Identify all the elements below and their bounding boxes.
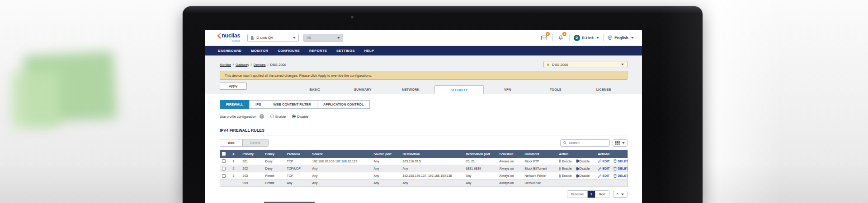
- apply-button[interactable]: Apply: [220, 83, 247, 90]
- cell-priority: 999: [241, 180, 264, 187]
- security-subtabs: FIREWALL IPS WEB CONTENT FILTER APPLICAT…: [220, 94, 627, 109]
- cell-source: Any: [311, 165, 372, 172]
- messages-button[interactable]: 3: [540, 34, 548, 42]
- nav-settings[interactable]: SETTINGS: [336, 49, 355, 53]
- cell-priority: 203: [241, 172, 264, 180]
- bell-icon: [558, 35, 563, 40]
- breadcrumb-monitor[interactable]: Monitor: [220, 63, 231, 67]
- subtab-ips[interactable]: IPS: [249, 100, 267, 109]
- tab-vpn[interactable]: VPN: [484, 85, 532, 94]
- search-input[interactable]: [569, 141, 607, 145]
- cell-comment: Network Printer: [523, 172, 557, 180]
- table-toolbar: Add Delete: [220, 139, 627, 147]
- nuclias-logo: nuclias cloud: [217, 33, 240, 43]
- tab-basic[interactable]: BASIC: [291, 85, 339, 94]
- breadcrumb-devices[interactable]: Devices: [254, 63, 266, 67]
- column-settings-button[interactable]: [613, 139, 627, 147]
- nav-reports[interactable]: REPORTS: [309, 49, 327, 53]
- cell-destination: Any: [401, 165, 464, 172]
- nav-help[interactable]: HELP: [364, 49, 374, 53]
- add-button[interactable]: Add: [220, 139, 242, 146]
- main-nav: DASHBOARD MONITOR CONFIGURE REPORTS SETT…: [205, 46, 642, 55]
- nav-dashboard[interactable]: DASHBOARD: [218, 49, 241, 53]
- cell-schedule: Always on: [498, 180, 523, 187]
- rule-enable-radio[interactable]: [559, 167, 561, 171]
- cell-actions: EDIT DELETE: [598, 159, 626, 163]
- divider: [603, 34, 604, 41]
- breadcrumb-gateway[interactable]: Gateway: [236, 63, 249, 67]
- tab-tools[interactable]: TOOLS: [532, 85, 580, 94]
- nav-monitor[interactable]: MONITOR: [251, 49, 268, 53]
- cell-source: Any: [311, 172, 372, 180]
- nav-configure[interactable]: CONFIGURE: [278, 49, 300, 53]
- rule-enable-radio[interactable]: [559, 174, 561, 178]
- logo-wordmark: nuclias: [222, 33, 240, 38]
- breadcrumb-separator: /: [268, 63, 269, 67]
- tab-security[interactable]: SECURITY: [434, 85, 483, 94]
- col-header-policy: Policy: [264, 150, 285, 158]
- row-checkbox[interactable]: [222, 167, 226, 171]
- device-selector-value: DBG-2000: [552, 63, 568, 67]
- edit-button[interactable]: EDIT: [598, 167, 610, 171]
- firewall-rule-row: 1 201 Deny TCP 192.168.10.102-192.168.10…: [220, 158, 628, 165]
- rule-disable-radio[interactable]: [576, 159, 578, 163]
- organization-selector[interactable]: D-Link QA: [247, 34, 299, 42]
- delete-button[interactable]: Delete: [242, 139, 269, 146]
- rule-disable-radio[interactable]: [576, 167, 578, 171]
- device-selector[interactable]: DBG-2000: [543, 61, 627, 68]
- cell-comment: Default rule: [523, 180, 557, 187]
- grid-columns-icon: [615, 141, 620, 145]
- profile-disable-radio[interactable]: [292, 115, 296, 118]
- cell-destination-port: 20, 21: [464, 158, 498, 165]
- tab-network[interactable]: NETWORK: [387, 85, 434, 94]
- edit-button[interactable]: EDIT: [598, 174, 610, 178]
- cell-actions: EDIT DELETE: [598, 167, 626, 171]
- question-icon[interactable]: ?: [259, 114, 264, 119]
- cell-number: 1: [231, 158, 241, 165]
- edit-button[interactable]: EDIT: [598, 159, 610, 163]
- next-page-button[interactable]: Next: [595, 191, 609, 198]
- cell-protocol: TCP: [285, 158, 311, 165]
- delete-rule-button[interactable]: DELETE: [613, 159, 627, 163]
- search-box: [560, 139, 610, 147]
- rule-disable-label: Disable: [579, 174, 590, 177]
- row-checkbox[interactable]: [222, 174, 226, 178]
- page-size-value: 5: [617, 193, 618, 196]
- notifications-button[interactable]: 1: [557, 34, 565, 42]
- account-menu[interactable]: D D-Link: [574, 35, 599, 41]
- device-screen: nuclias cloud D-Link QA All 3: [205, 30, 642, 203]
- col-header-number: #: [231, 150, 241, 158]
- col-header-actions: Actions: [596, 150, 628, 158]
- col-header-priority: Priority: [241, 150, 264, 158]
- previous-page-button[interactable]: Previous: [567, 191, 587, 198]
- page-size-selector[interactable]: 5: [613, 191, 627, 198]
- profile-enable-radio[interactable]: [270, 115, 274, 118]
- select-all-checkbox[interactable]: [222, 152, 226, 156]
- subtab-firewall[interactable]: FIREWALL: [220, 100, 250, 109]
- envelope-icon: [541, 36, 547, 40]
- cell-destination: 192.168.199.137, 192.168.100.138: [401, 172, 464, 180]
- rule-enable-radio[interactable]: [559, 159, 561, 163]
- cell-schedule: Always on: [498, 172, 523, 180]
- subtab-web-content-filter[interactable]: WEB CONTENT FILTER: [267, 100, 317, 109]
- breadcrumb: Monitor / Gateway / Devices / DBG-2000 D…: [220, 61, 627, 68]
- tab-summary[interactable]: SUMMARY: [339, 85, 387, 94]
- delete-rule-button[interactable]: DELETE: [613, 174, 627, 178]
- row-checkbox[interactable]: [222, 159, 226, 163]
- delete-rule-button[interactable]: DELETE: [613, 167, 627, 171]
- cell-priority: 202: [241, 165, 264, 172]
- divider: [569, 34, 570, 41]
- add-delete-group: Add Delete: [220, 139, 269, 147]
- site-selector[interactable]: All: [303, 34, 343, 42]
- rule-disable-radio[interactable]: [576, 174, 578, 178]
- globe-icon: [608, 35, 613, 40]
- rule-enable-label: Enable: [562, 174, 572, 177]
- language-menu[interactable]: English: [608, 35, 634, 40]
- col-header-protocol: Protocol: [285, 150, 311, 158]
- subtab-application-control[interactable]: APPLICATION CONTROL: [317, 100, 370, 109]
- breadcrumb-separator: /: [233, 63, 234, 67]
- current-page-button[interactable]: 1: [587, 191, 595, 198]
- col-header-destination-port: Destination port: [464, 150, 498, 158]
- tab-license[interactable]: LICENSE: [580, 85, 627, 94]
- cell-protocol: TCP: [285, 172, 311, 180]
